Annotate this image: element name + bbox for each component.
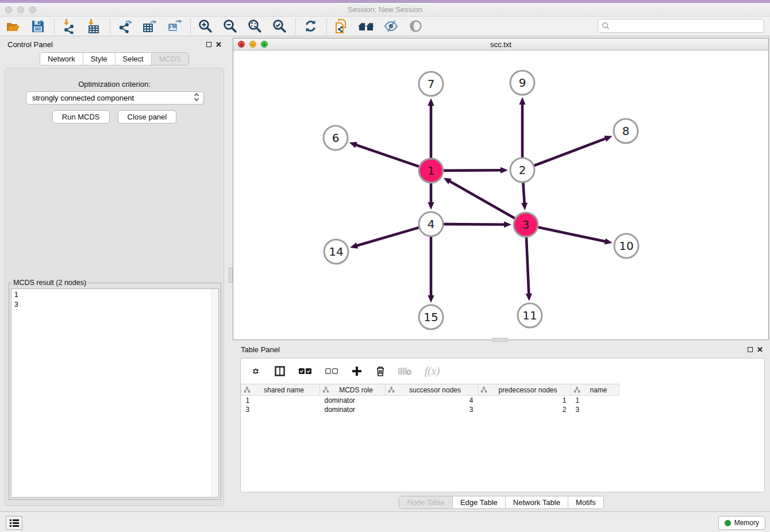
close-table-panel-icon[interactable]: ✕	[757, 347, 763, 352]
home-icon[interactable]	[357, 18, 375, 35]
close-panel-button[interactable]: Close panel	[118, 110, 177, 124]
graph-node-label: 14	[329, 245, 343, 259]
import-network-icon[interactable]	[60, 18, 78, 35]
graph-node-label: 11	[522, 309, 537, 322]
refresh-icon[interactable]	[302, 18, 319, 35]
add-column-icon[interactable]	[351, 365, 363, 377]
edge-arrowhead	[605, 238, 613, 245]
table-row[interactable]: 3dominator323	[241, 405, 765, 414]
float-panel-icon[interactable]	[206, 42, 211, 47]
open-session-icon[interactable]	[5, 18, 22, 35]
edge-3-10[interactable]	[538, 228, 606, 242]
tab-node-table[interactable]: Node Table	[399, 496, 453, 508]
hierarchy-icon	[244, 387, 251, 393]
export-image-icon[interactable]	[165, 18, 183, 35]
deselect-all-checkboxes-icon[interactable]	[325, 367, 338, 375]
column-header-predecessor-nodes[interactable]: predecessor nodes	[478, 384, 571, 396]
zoom-fit-icon[interactable]	[246, 18, 263, 35]
show-eye-icon[interactable]	[407, 18, 424, 35]
hierarchy-icon	[480, 387, 487, 393]
table-cell[interactable]: dominator	[320, 405, 386, 414]
toolbar-separator	[326, 19, 327, 34]
delete-table-icon[interactable]	[398, 367, 412, 376]
tab-motifs[interactable]: Motifs	[568, 496, 603, 508]
graph-node-label: 2	[519, 163, 526, 177]
table-cell[interactable]: 2	[478, 405, 571, 414]
edge-2-3[interactable]	[523, 183, 524, 204]
export-table-icon[interactable]	[141, 18, 158, 35]
column-header-successor-nodes[interactable]: successor nodes	[386, 384, 478, 396]
close-panel-icon[interactable]: ✕	[215, 42, 222, 47]
horizontal-splitter-handle[interactable]	[492, 338, 507, 342]
search-input[interactable]	[612, 20, 764, 32]
delete-column-icon[interactable]	[375, 365, 386, 377]
run-mcds-button[interactable]: Run MCDS	[52, 110, 110, 124]
optimization-criterion-label: Optimization criterion:	[5, 80, 224, 88]
task-history-button[interactable]	[6, 516, 22, 530]
tab-mcds[interactable]: MCDS	[152, 53, 188, 65]
edge-3-1[interactable]	[449, 181, 515, 218]
result-scrollbar[interactable]	[211, 289, 218, 497]
memory-button[interactable]: Memory	[718, 516, 765, 530]
table-row[interactable]: 1dominator411	[241, 396, 765, 405]
column-header-MCDS-role[interactable]: MCDS role	[320, 384, 386, 396]
edge-3-11[interactable]	[526, 237, 529, 295]
table-cell[interactable]: 4	[386, 396, 478, 405]
select-all-checkboxes-icon[interactable]	[298, 367, 312, 375]
table-cell[interactable]: 3	[571, 405, 619, 414]
tab-select[interactable]: Select	[116, 53, 152, 65]
edge-4-14[interactable]	[356, 228, 419, 246]
network-view-window: x − + scc.txt 7968124314101511	[233, 38, 769, 340]
float-table-panel-icon[interactable]	[748, 347, 753, 352]
mcds-result-list[interactable]: 1 3	[11, 288, 219, 498]
toolbar-separator	[295, 19, 296, 34]
zoom-selected-icon[interactable]	[271, 18, 288, 35]
hierarchy-icon	[573, 387, 580, 393]
graph-node-label: 15	[424, 310, 438, 324]
titlebar: Session: New Session	[0, 3, 770, 17]
graph-node-label: 4	[428, 217, 435, 231]
table-cell[interactable]: 1	[478, 396, 571, 405]
vertical-splitter-handle[interactable]	[229, 268, 233, 283]
edge-arrowhead	[428, 98, 434, 106]
table-cell[interactable]: 1	[241, 396, 320, 405]
column-header-shared-name[interactable]: shared name	[241, 384, 320, 396]
table-panel-title: Table Panel	[241, 345, 280, 354]
hide-panel-eye-icon[interactable]	[382, 18, 399, 35]
tab-edge-table[interactable]: Edge Table	[453, 496, 506, 508]
clone-network-icon[interactable]	[333, 18, 350, 35]
tab-network-table[interactable]: Network Table	[506, 496, 568, 508]
edge-arrowhead	[500, 167, 508, 174]
save-session-icon[interactable]	[29, 18, 47, 35]
column-layout-icon[interactable]	[274, 365, 286, 377]
table-cell[interactable]: 3	[386, 405, 478, 414]
tab-network[interactable]: Network	[40, 53, 83, 65]
window-title: Session: New Session	[0, 5, 770, 14]
export-network-icon[interactable]	[116, 18, 133, 35]
edge-arrowhead	[350, 242, 358, 249]
network-canvas[interactable]: 7968124314101511	[233, 51, 768, 340]
table-cell[interactable]: 1	[571, 396, 619, 405]
table-cell[interactable]: 3	[241, 405, 320, 414]
function-builder-icon[interactable]: f(x)	[425, 365, 440, 377]
edge-1-2[interactable]	[444, 170, 502, 171]
gear-icon[interactable]	[250, 365, 261, 377]
table-cell[interactable]: dominator	[320, 396, 386, 405]
edge-4-3[interactable]	[444, 224, 505, 225]
edge-arrowhead	[521, 203, 528, 210]
optimization-criterion-select[interactable]: strongly connected component	[26, 91, 204, 105]
zoom-out-icon[interactable]	[221, 18, 238, 35]
node-table-container: f(x) shared nameMCDS rolesuccessor nodes…	[240, 358, 765, 492]
graph-node-label: 3	[522, 218, 530, 232]
zoom-in-icon[interactable]	[197, 18, 214, 35]
edge-2-8[interactable]	[534, 138, 607, 166]
edge-1-6[interactable]	[355, 145, 419, 167]
import-table-icon[interactable]	[85, 18, 102, 35]
search-field[interactable]	[598, 19, 764, 33]
graph-node-label: 9	[519, 76, 526, 90]
graph-node-label: 6	[332, 131, 340, 145]
column-header-name[interactable]: name	[571, 384, 619, 396]
memory-status-icon	[725, 520, 731, 526]
edge-arrowhead	[428, 202, 434, 210]
tab-style[interactable]: Style	[83, 53, 116, 65]
